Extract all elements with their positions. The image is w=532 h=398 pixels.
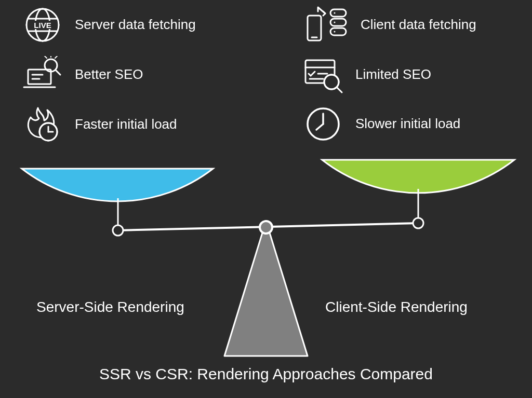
- feature-row: Slower initial load: [302, 106, 510, 142]
- svg-rect-5: [28, 70, 51, 84]
- diagram-caption: SSR vs CSR: Rendering Approaches Compare…: [0, 365, 532, 383]
- svg-rect-20: [330, 9, 346, 17]
- feature-label: Faster initial load: [75, 116, 177, 132]
- seo-laptop-icon: [22, 56, 63, 93]
- feature-row: Limited SEO: [302, 56, 510, 93]
- csr-label: Client-Side Rendering: [325, 299, 468, 315]
- feature-row: LIVE Server data fetching: [22, 6, 230, 44]
- feature-row: Client data fetching: [302, 6, 510, 44]
- feature-row: Better SEO: [22, 56, 230, 93]
- live-globe-icon: LIVE: [22, 6, 63, 44]
- svg-point-24: [334, 22, 336, 23]
- feature-label: Slower initial load: [355, 116, 460, 132]
- feature-columns: LIVE Server data fetching Bett: [0, 0, 532, 156]
- svg-rect-22: [330, 28, 346, 35]
- svg-line-13: [55, 56, 57, 58]
- ssr-column: LIVE Server data fetching Bett: [22, 6, 230, 156]
- svg-line-10: [56, 70, 60, 75]
- svg-text:LIVE: LIVE: [34, 21, 51, 30]
- svg-line-35: [316, 124, 323, 130]
- svg-line-38: [118, 223, 418, 230]
- left-scale-pan: [22, 169, 213, 201]
- svg-line-32: [337, 87, 342, 92]
- svg-line-11: [45, 56, 47, 58]
- svg-point-39: [113, 225, 123, 236]
- feature-label: Better SEO: [75, 66, 143, 83]
- svg-point-25: [334, 31, 336, 33]
- svg-rect-21: [330, 19, 346, 26]
- feature-label: Limited SEO: [355, 66, 431, 83]
- phone-server-icon: [302, 6, 349, 44]
- browser-search-icon: [302, 56, 344, 93]
- feature-label: Server data fetching: [75, 17, 196, 33]
- svg-point-41: [260, 221, 272, 234]
- scale-base: [224, 221, 308, 356]
- feature-row: Faster initial load: [22, 106, 230, 143]
- feature-label: Client data fetching: [361, 17, 476, 33]
- svg-point-23: [334, 12, 336, 14]
- svg-point-40: [413, 218, 423, 228]
- csr-column: Client data fetching Limited SEO: [302, 6, 510, 156]
- ssr-label: Server-Side Rendering: [36, 299, 184, 315]
- right-scale-pan: [322, 160, 514, 193]
- fire-clock-icon: [22, 106, 63, 143]
- clock-icon: [302, 106, 344, 142]
